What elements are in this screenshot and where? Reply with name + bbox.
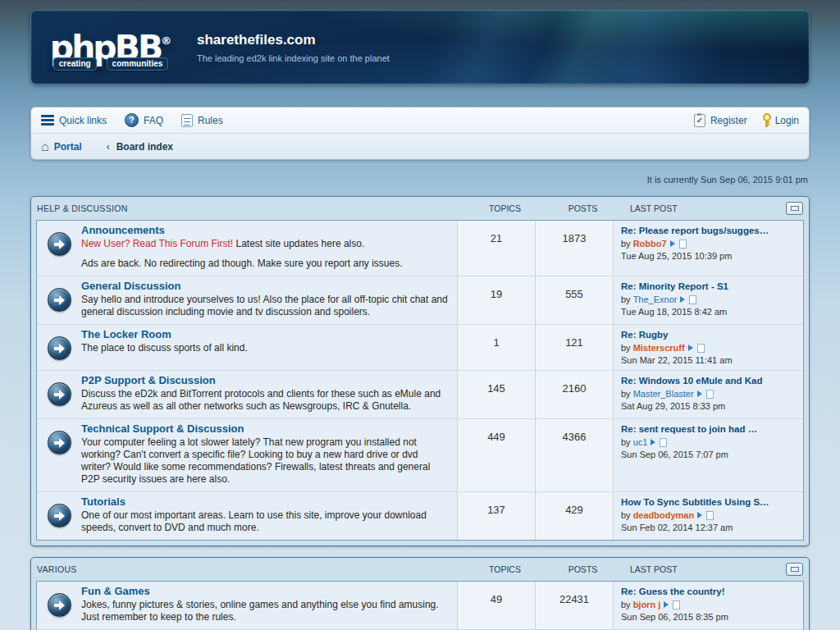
goto-last-post-link[interactable] <box>688 344 705 353</box>
goto-arrow-icon <box>688 345 696 351</box>
topics-count: 49 <box>457 582 535 629</box>
goto-last-post-link[interactable] <box>697 511 714 520</box>
minus-icon <box>791 567 799 572</box>
collapse-category-button[interactable] <box>786 563 803 576</box>
forum-rows: Announcements New User? Read This Forum … <box>36 220 804 541</box>
navigation-bar: Quick links ? FAQ Rules ✓ Register Login <box>30 107 810 160</box>
forum-description: Jokes, funny pictures & stories, online … <box>81 599 449 623</box>
site-title: sharethefiles.com <box>197 32 390 48</box>
forum-arrow-icon <box>48 593 71 617</box>
goto-arrow-icon <box>664 601 672 608</box>
home-portal-link[interactable]: ⌂ Portal <box>41 141 82 153</box>
posts-count: 1873 <box>535 221 613 276</box>
forum-title-link[interactable]: The Locker Room <box>81 328 449 341</box>
rules-link[interactable]: Rules <box>181 114 223 127</box>
last-post-title-link[interactable]: Re: Windows 10 eMule and Kad <box>621 375 798 387</box>
goto-arrow-icon <box>680 296 688 303</box>
forum-arrow-icon <box>48 288 71 312</box>
forum-row: Technical Support & Discussion Your comp… <box>37 418 803 491</box>
goto-last-post-link[interactable] <box>697 390 714 399</box>
collapse-category-button[interactable] <box>786 202 803 215</box>
forum-row: The Locker Room The place to discuss spo… <box>37 324 803 370</box>
last-post-title-link[interactable]: Re: Guess the country! <box>621 586 798 598</box>
category-title: HELP & DISCUSSION <box>37 203 466 213</box>
by-label: by <box>621 388 631 399</box>
hamburger-icon <box>41 113 54 127</box>
last-post-title-link[interactable]: Re: sent request to join had … <box>621 423 798 436</box>
forum-title-link[interactable]: Technical Support & Discussion <box>81 422 449 436</box>
quick-links-button[interactable]: Quick links <box>41 113 107 127</box>
clipboard-icon: ✓ <box>694 114 705 127</box>
last-post-title-link[interactable]: Re: Rugby <box>621 329 798 341</box>
forum-title-link[interactable]: Announcements <box>81 224 449 237</box>
last-post-time: Sun Sep 06, 2015 7:07 pm <box>621 449 798 460</box>
goto-last-post-link[interactable] <box>680 295 696 304</box>
last-post-author-link[interactable]: Robbo7 <box>633 238 667 249</box>
forum-icon-cell <box>37 371 81 418</box>
page: phpBB® creating communities sharethefile… <box>30 10 810 630</box>
posts-count: 555 <box>535 276 613 324</box>
last-post-author-link[interactable]: The_Exnor <box>633 294 678 305</box>
login-link[interactable]: Login <box>762 113 799 127</box>
last-post-author-link[interactable]: deadbodyman <box>633 509 695 521</box>
last-post-author-link[interactable]: Master_Blaster <box>633 388 694 399</box>
phpbb-logo[interactable]: phpBB® creating communities <box>46 25 176 71</box>
forum-description: Your computer feeling a lot slower latel… <box>81 436 449 486</box>
breadcrumb-board-index[interactable]: Board index <box>116 141 173 153</box>
forum-icon-cell <box>37 276 81 324</box>
page-icon <box>660 438 667 447</box>
forum-description-text: Jokes, funny pictures & stories, online … <box>81 599 439 623</box>
forum-title-link[interactable]: Tutorials <box>81 495 449 509</box>
goto-last-post-link[interactable] <box>651 438 667 447</box>
category-title: VARIOUS <box>37 564 466 574</box>
last-post-author-line: by bjorn j <box>621 599 798 610</box>
forum-row: Fun & Games Jokes, funny pictures & stor… <box>37 582 803 629</box>
forum-title-link[interactable]: General Discussion <box>81 280 449 293</box>
goto-arrow-icon <box>697 512 705 518</box>
register-link[interactable]: ✓ Register <box>694 114 747 127</box>
quick-links-label: Quick links <box>59 115 107 126</box>
forum-description-alert-link[interactable]: New User? Read This Forum First! <box>81 238 233 249</box>
column-header-last-post: LAST POST <box>622 564 786 574</box>
last-post-author-link[interactable]: uc1 <box>633 436 648 448</box>
goto-last-post-link[interactable] <box>664 600 680 609</box>
site-identity: sharethefiles.com The leading ed2k link … <box>197 32 390 63</box>
breadcrumb-separator: ‹ <box>107 141 110 153</box>
column-header-last-post: LAST POST <box>622 203 786 213</box>
last-post-author-link[interactable]: bjorn j <box>633 599 661 610</box>
posts-count: 121 <box>535 325 613 370</box>
forum-row: P2P Support & Discussion Discuss the eD2… <box>37 370 803 418</box>
forum-icon-cell <box>37 582 81 629</box>
last-post-time: Sun Mar 22, 2015 11:41 am <box>621 354 798 366</box>
topics-count: 449 <box>457 419 535 491</box>
page-icon <box>679 240 687 249</box>
forum-description: Say hello and introduce yourselves to us… <box>81 294 449 318</box>
by-label: by <box>621 294 631 305</box>
faq-link[interactable]: ? FAQ <box>125 113 163 127</box>
breadcrumb-portal[interactable]: Portal <box>54 141 82 153</box>
last-post-title-link[interactable]: Re: Minority Report - S1 <box>621 281 798 293</box>
forum-title-link[interactable]: P2P Support & Discussion <box>81 374 449 387</box>
key-icon <box>762 113 770 127</box>
by-label: by <box>621 238 631 249</box>
forum-icon-cell <box>37 492 81 540</box>
home-icon: ⌂ <box>41 141 49 153</box>
forum-description-text: Latest site updates here also. <box>233 238 364 249</box>
topics-count: 1 <box>457 325 535 370</box>
goto-last-post-link[interactable] <box>670 240 687 249</box>
auth-links: ✓ Register Login <box>694 113 799 127</box>
last-post-title-link[interactable]: How To Sync Subtitles Using S… <box>621 496 798 509</box>
category-header-row: HELP & DISCUSSION TOPICS POSTS LAST POST <box>36 197 804 220</box>
forum-arrow-icon <box>48 382 71 406</box>
last-post-author-link[interactable]: Misterscruff <box>633 342 685 354</box>
rules-list-icon <box>181 114 193 127</box>
last-post-cell: Re: Minority Report - S1 by The_Exnor Tu… <box>613 276 803 324</box>
forum-description: The place to discuss sports of all kind. <box>81 342 449 354</box>
last-post-title-link[interactable]: Re: Please report bugs/sugges… <box>621 225 798 237</box>
last-post-time: Tue Aug 25, 2015 10:39 pm <box>621 250 798 262</box>
question-icon: ? <box>125 113 139 127</box>
forum-title-link[interactable]: Fun & Games <box>81 585 449 598</box>
minus-icon <box>791 206 799 211</box>
quick-links-row: Quick links ? FAQ Rules ✓ Register Login <box>31 107 809 134</box>
last-post-author-line: by uc1 <box>621 436 798 448</box>
